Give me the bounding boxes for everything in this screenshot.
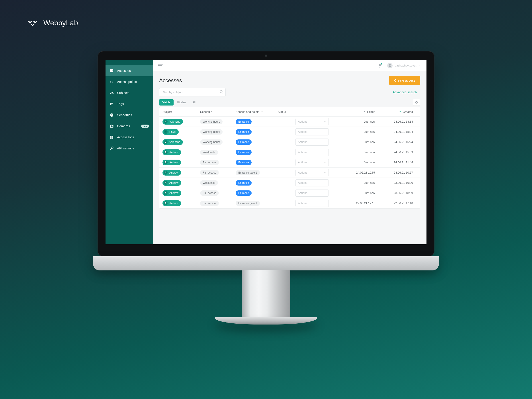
access-point-icon — [109, 80, 114, 84]
space-chip[interactable]: Entrance — [236, 160, 252, 165]
tab-hidden[interactable]: Hidden — [174, 99, 189, 106]
tab-all[interactable]: All — [189, 99, 199, 106]
sidebar-item-schedules[interactable]: Schedules — [106, 109, 153, 120]
user-menu-dropdown[interactable] — [418, 64, 421, 68]
subject-chip[interactable]: VValentina — [163, 119, 183, 125]
chevron-down-icon — [324, 182, 326, 184]
edited-cell: Just now — [333, 140, 375, 144]
space-chip[interactable]: Entrance — [236, 190, 252, 196]
subject-name: Pavel — [169, 130, 176, 133]
table-row: AAndrewWeekendsEntranceActionsJust now24… — [159, 147, 420, 157]
created-cell: 24.06.21 15:09 — [375, 151, 413, 154]
notifications-button[interactable] — [378, 63, 382, 68]
subject-chip[interactable]: AAndrew — [163, 149, 181, 155]
edited-cell: Just now — [333, 161, 375, 164]
people-icon — [109, 91, 114, 95]
menu-toggle-button[interactable] — [158, 64, 163, 67]
sidebar-item-accesses[interactable]: Accesses — [106, 65, 153, 76]
schedule-chip[interactable]: Full access — [200, 160, 219, 165]
subject-chip[interactable]: AAndrew — [163, 190, 181, 196]
schedule-chip[interactable]: Working hours — [200, 119, 222, 124]
schedule-chip[interactable]: Working hours — [200, 139, 222, 145]
subject-chip[interactable]: AAndrew — [163, 200, 181, 206]
chevron-down-icon — [324, 120, 326, 123]
subject-name: Valentina — [169, 140, 180, 144]
row-actions-select[interactable]: Actions — [296, 190, 329, 197]
space-chip[interactable]: Entrance — [236, 180, 252, 185]
subject-chip[interactable]: PPavel — [163, 129, 179, 135]
sidebar-item-label: Schedules — [117, 113, 149, 117]
sidebar-item-access-logs[interactable]: Access logs — [106, 132, 153, 143]
tab-visible[interactable]: Visible — [159, 99, 174, 106]
search-input[interactable] — [159, 88, 226, 96]
notification-badge-dot — [380, 63, 383, 65]
subject-avatar: V — [164, 140, 168, 144]
schedule-chip[interactable]: Full access — [200, 190, 219, 196]
space-chip[interactable]: Entrance — [236, 150, 252, 155]
space-chip[interactable]: Entrance — [236, 139, 252, 145]
actions-placeholder: Actions — [298, 140, 307, 144]
space-chip[interactable]: Entrance — [236, 129, 252, 134]
row-actions-select[interactable]: Actions — [296, 179, 329, 186]
col-spaces[interactable]: Spaces and points — [236, 110, 278, 114]
actions-placeholder: Actions — [298, 191, 307, 195]
schedule-chip[interactable]: Working hours — [200, 129, 222, 134]
space-chip[interactable]: Entrance gate 1 — [236, 170, 260, 175]
sidebar-item-label: Accesses — [117, 69, 149, 72]
space-chip[interactable]: Entrance gate 1 — [236, 201, 260, 206]
table-row: AAndrewFull accessEntrance gate 1Actions… — [159, 168, 420, 178]
created-cell: 24.06.21 10:57 — [375, 171, 413, 174]
subject-name: Andrew — [169, 151, 178, 154]
actions-placeholder: Actions — [298, 171, 307, 174]
row-actions-select[interactable]: Actions — [296, 118, 329, 125]
row-actions-select[interactable]: Actions — [296, 159, 329, 166]
sidebar-item-api-settings[interactable]: API settings — [106, 143, 153, 154]
user-avatar[interactable] — [387, 63, 393, 68]
subject-chip[interactable]: AAndrew — [163, 160, 181, 165]
table-row: AAndrewFull accessEntrance gate 1Actions… — [159, 198, 420, 208]
edited-cell: Just now — [333, 181, 375, 184]
chevron-down-icon — [324, 161, 326, 164]
sidebar-item-subjects[interactable]: Subjects — [106, 87, 153, 98]
row-actions-select[interactable]: Actions — [296, 149, 329, 156]
advanced-search-link[interactable]: Advanced search — [393, 90, 420, 94]
subject-avatar: A — [164, 181, 168, 185]
row-actions-select[interactable]: Actions — [296, 128, 329, 135]
subject-chip[interactable]: AAndrew — [163, 170, 181, 176]
subject-chip[interactable]: AAndrew — [163, 180, 181, 186]
sidebar-item-tags[interactable]: Tags — [106, 98, 153, 109]
grid-icon — [109, 135, 114, 139]
schedule-chip[interactable]: Weekends — [200, 180, 218, 185]
tag-icon — [109, 102, 114, 106]
space-chip[interactable]: Entrance — [236, 119, 252, 124]
schedule-chip[interactable]: Full access — [200, 170, 219, 175]
camera-icon — [109, 124, 114, 128]
edited-cell: Just now — [333, 151, 375, 154]
sidebar: AccessesAccess pointsSubjectsTagsSchedul… — [106, 60, 153, 244]
schedule-chip[interactable]: Weekends — [200, 150, 218, 155]
row-actions-select[interactable]: Actions — [296, 139, 329, 146]
schedule-chip[interactable]: Full access — [200, 201, 219, 206]
columns-visibility-button[interactable] — [413, 99, 420, 106]
sidebar-item-label: Cameras — [117, 124, 138, 128]
chevron-down-icon — [324, 171, 326, 174]
col-status[interactable]: Status — [278, 110, 296, 114]
subject-avatar: A — [164, 160, 168, 165]
col-edited[interactable]: Edited — [333, 110, 375, 114]
col-created[interactable]: Created — [375, 110, 413, 114]
sidebar-item-cameras[interactable]: Camerasbeta — [106, 120, 153, 132]
col-schedule[interactable]: Schedule — [200, 110, 236, 114]
topbar: pashashevtsovq.. — [153, 60, 426, 71]
clock-icon — [109, 113, 114, 117]
edited-cell: 24.06.21 10:57 — [333, 171, 375, 174]
sidebar-item-access-points[interactable]: Access points — [106, 76, 153, 87]
col-subject[interactable]: Subject — [163, 110, 200, 114]
chevron-down-icon — [418, 91, 420, 94]
search-box — [159, 88, 226, 96]
row-actions-select[interactable]: Actions — [296, 169, 329, 176]
created-cell: 24.06.21 11:44 — [375, 161, 413, 164]
subject-chip[interactable]: VValentina — [163, 139, 183, 145]
sidebar-item-label: Access points — [117, 80, 149, 83]
row-actions-select[interactable]: Actions — [296, 200, 329, 207]
create-access-button[interactable]: Create access — [389, 76, 420, 85]
